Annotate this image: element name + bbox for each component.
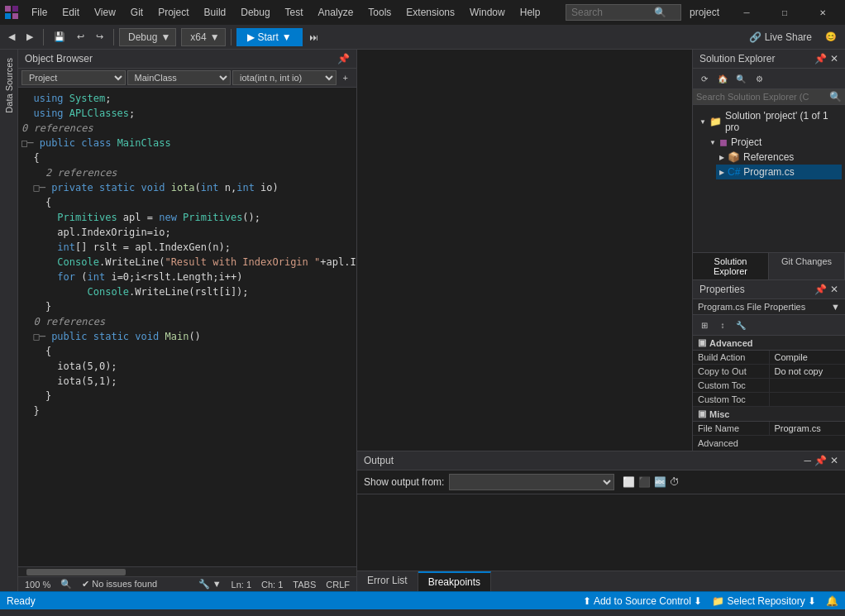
code-line: iota(5,0); [21, 359, 353, 374]
menu-test[interactable]: Test [279, 3, 310, 21]
props-wrench-icon[interactable]: 🔧 [733, 317, 749, 333]
ob-statusbar: 100 % 🔍 ✔ No issues found 🔧 ▼ Ln: 1 Ch: … [18, 576, 356, 591]
props-grid-icon[interactable]: ⊞ [696, 317, 713, 333]
menu-extensions[interactable]: Extensions [399, 3, 461, 21]
ob-wrench-icon[interactable]: 🔧 ▼ [198, 579, 222, 590]
references-item[interactable]: ▶ 📦 References [716, 150, 842, 165]
output-close-icon[interactable]: ✕ [830, 455, 838, 466]
props-content: ▣ Advanced Build Action Compile Copy to … [693, 336, 845, 451]
ob-add-button[interactable]: + [338, 70, 353, 85]
se-toolbar-btn3[interactable]: 🔍 [733, 70, 749, 87]
output-icon3[interactable]: 🔤 [654, 476, 666, 488]
ob-project-dropdown[interactable]: Project [21, 70, 126, 85]
status-add-to-source[interactable]: ⬆ Add to Source Control ⬇ [583, 595, 702, 607]
menu-debug[interactable]: Debug [234, 3, 276, 21]
se-toolbar-btn2[interactable]: 🏠 [714, 70, 731, 87]
menu-project[interactable]: Project [151, 3, 195, 21]
object-browser-header: Object Browser 📌 [18, 50, 356, 69]
props-section-advanced[interactable]: ▣ Advanced [693, 336, 845, 351]
props-val-custom-tool-ns[interactable] [770, 393, 846, 406]
props-dropdown-icon[interactable]: ▼ [831, 302, 840, 312]
se-pin-icon[interactable]: 📌 [814, 53, 827, 64]
props-val-build-action[interactable]: Compile [770, 351, 846, 364]
search-box[interactable]: 🔍 [566, 4, 681, 21]
platform-arrow: ▼ [210, 31, 220, 43]
props-header: Properties 📌 ✕ [693, 280, 845, 299]
tab-solution-explorer[interactable]: Solution Explorer [693, 253, 769, 279]
output-title: Output [364, 455, 394, 466]
ob-hscroll-thumb[interactable] [26, 569, 126, 575]
menu-git[interactable]: Git [124, 3, 150, 21]
status-select-repo[interactable]: 📁 Select Repository ⬇ [712, 595, 816, 607]
solution-explorer-header: Solution Explorer 📌 ✕ [693, 50, 845, 69]
ob-class-dropdown[interactable]: MainClass [127, 70, 232, 85]
tab-git-changes[interactable]: Git Changes [769, 253, 845, 279]
output-minimize-icon[interactable]: ─ [804, 455, 811, 466]
step-button[interactable]: ⏭ [304, 30, 323, 45]
code-line: Console.WriteLine("Result with IndexOrig… [21, 255, 353, 270]
output-pin-icon[interactable]: 📌 [814, 455, 827, 466]
se-close-icon[interactable]: ✕ [830, 53, 838, 64]
props-close-icon[interactable]: ✕ [830, 284, 838, 295]
output-icon4[interactable]: ⏱ [670, 476, 680, 488]
output-content [357, 494, 845, 571]
undo-button[interactable]: ↩ [72, 29, 89, 45]
project-label: Project [731, 136, 761, 148]
ob-hscrollbar[interactable] [18, 566, 356, 576]
maximize-button[interactable]: □ [766, 0, 804, 25]
props-section-misc[interactable]: ▣ Misc [693, 407, 845, 422]
code-line: apl.IndexOrigin=io; [21, 225, 353, 240]
menu-edit[interactable]: Edit [55, 3, 86, 21]
show-output-label: Show output from: [364, 476, 444, 488]
menu-analyze[interactable]: Analyze [312, 3, 360, 21]
se-toolbar-btn1[interactable]: ⟳ [696, 70, 713, 87]
ob-pin-icon[interactable]: 📌 [337, 53, 350, 64]
menu-view[interactable]: View [88, 3, 122, 21]
save-all-button[interactable]: 💾 [49, 29, 70, 45]
data-sources-tab[interactable]: Data Sources [1, 50, 17, 122]
props-val-filename[interactable]: Program.cs [770, 422, 846, 435]
output-source-dropdown[interactable] [449, 474, 614, 490]
se-search[interactable]: 🔍 [693, 89, 845, 105]
menu-tools[interactable]: Tools [361, 3, 398, 21]
tab-error-list[interactable]: Error List [357, 571, 418, 591]
menu-help[interactable]: Help [513, 3, 547, 21]
se-search-input[interactable] [696, 92, 829, 102]
left-sidebar: Data Sources [0, 50, 18, 591]
output-panel: Output ─ 📌 ✕ Show output from: ⬜ ⬛ [357, 451, 845, 571]
search-input[interactable] [571, 7, 654, 18]
properties-panel: Properties 📌 ✕ Program.cs File Propertie… [693, 279, 845, 451]
program-cs-item[interactable]: ▶ C# Program.cs [716, 165, 842, 179]
back-button[interactable]: ◀ [3, 29, 20, 45]
se-toolbar-btn4[interactable]: ⚙ [751, 70, 767, 87]
props-key-custom-tool: Custom Toc [693, 379, 770, 392]
feedback-button[interactable]: 😊 [820, 29, 842, 45]
config-dropdown[interactable]: Debug ▼ [119, 28, 176, 46]
status-bell-icon[interactable]: 🔔 [826, 595, 838, 607]
tab-breakpoints[interactable]: Breakpoints [418, 571, 491, 591]
props-sort-icon[interactable]: ↕ [714, 317, 731, 333]
props-val-copy[interactable]: Do not copy [770, 365, 846, 378]
project-item[interactable]: ▼ ◼ Project [706, 135, 842, 150]
output-icon1[interactable]: ⬜ [623, 476, 635, 488]
ob-method-dropdown[interactable]: iota(int n, int io) [232, 70, 337, 85]
menu-build[interactable]: Build [198, 3, 233, 21]
menu-file[interactable]: File [25, 3, 54, 21]
output-icon2[interactable]: ⬛ [638, 476, 651, 488]
forward-button[interactable]: ▶ [21, 29, 38, 45]
minimize-button[interactable]: ─ [728, 0, 766, 25]
platform-dropdown[interactable]: x64 ▼ [181, 28, 225, 46]
redo-button[interactable]: ↪ [91, 29, 108, 45]
close-button[interactable]: ✕ [804, 0, 842, 25]
liveshare-button[interactable]: 🔗 Live Share [742, 29, 819, 45]
ob-zoom-icon[interactable]: 🔍 [60, 579, 72, 590]
start-play-icon: ▶ [247, 31, 255, 43]
props-pin-icon[interactable]: 📌 [814, 284, 827, 295]
ob-zoom[interactable]: 100 % [25, 580, 50, 590]
solution-item[interactable]: ▼ 📁 Solution 'project' (1 of 1 pro [696, 108, 842, 135]
props-val-custom-tool[interactable] [770, 379, 846, 392]
ob-ln: Ln: 1 [232, 580, 251, 590]
menu-window[interactable]: Window [463, 3, 512, 21]
start-button[interactable]: ▶ Start ▼ [236, 28, 303, 46]
status-ready: Ready [7, 595, 36, 607]
